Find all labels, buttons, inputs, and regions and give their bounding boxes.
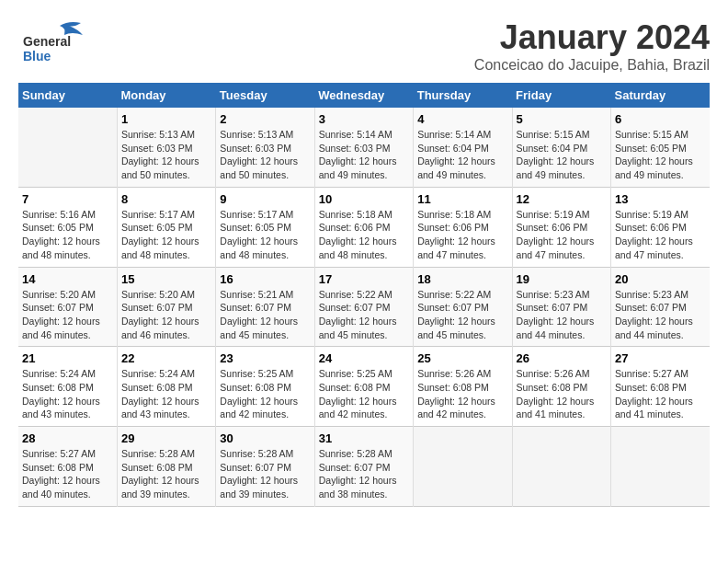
title-section: January 2024 Conceicao do Jacuipe, Bahia… bbox=[474, 18, 710, 74]
day-number: 5 bbox=[517, 112, 607, 126]
day-info: Sunrise: 5:26 AM Sunset: 6:08 PM Dayligh… bbox=[417, 367, 507, 421]
day-info: Sunrise: 5:17 AM Sunset: 6:05 PM Dayligh… bbox=[220, 208, 310, 262]
day-cell: 15Sunrise: 5:20 AM Sunset: 6:07 PM Dayli… bbox=[117, 267, 215, 347]
day-cell bbox=[18, 108, 117, 187]
svg-text:Blue: Blue bbox=[23, 49, 51, 63]
day-cell: 31Sunrise: 5:28 AM Sunset: 6:07 PM Dayli… bbox=[314, 427, 413, 507]
day-cell bbox=[414, 427, 512, 507]
day-cell: 30Sunrise: 5:28 AM Sunset: 6:07 PM Dayli… bbox=[216, 427, 314, 507]
day-cell: 6Sunrise: 5:15 AM Sunset: 6:05 PM Daylig… bbox=[611, 108, 710, 187]
day-info: Sunrise: 5:16 AM Sunset: 6:05 PM Dayligh… bbox=[22, 208, 113, 262]
day-number: 30 bbox=[220, 431, 310, 445]
page-header: General Blue January 2024 Conceicao do J… bbox=[18, 18, 710, 74]
day-cell: 21Sunrise: 5:24 AM Sunset: 6:08 PM Dayli… bbox=[18, 347, 117, 427]
calendar-title: January 2024 bbox=[474, 18, 710, 57]
day-cell: 19Sunrise: 5:23 AM Sunset: 6:07 PM Dayli… bbox=[512, 267, 610, 347]
day-info: Sunrise: 5:20 AM Sunset: 6:07 PM Dayligh… bbox=[22, 288, 113, 342]
day-info: Sunrise: 5:25 AM Sunset: 6:08 PM Dayligh… bbox=[319, 367, 409, 421]
day-info: Sunrise: 5:22 AM Sunset: 6:07 PM Dayligh… bbox=[319, 288, 409, 342]
day-info: Sunrise: 5:18 AM Sunset: 6:06 PM Dayligh… bbox=[417, 208, 507, 262]
day-info: Sunrise: 5:17 AM Sunset: 6:05 PM Dayligh… bbox=[121, 208, 211, 262]
logo: General Blue bbox=[18, 18, 92, 64]
header-friday: Friday bbox=[512, 83, 610, 108]
calendar-body: 1Sunrise: 5:13 AM Sunset: 6:03 PM Daylig… bbox=[18, 108, 710, 506]
day-number: 11 bbox=[417, 192, 507, 206]
day-number: 1 bbox=[121, 112, 211, 126]
day-number: 29 bbox=[121, 431, 211, 445]
day-number: 2 bbox=[220, 112, 310, 126]
day-info: Sunrise: 5:19 AM Sunset: 6:06 PM Dayligh… bbox=[517, 208, 607, 262]
day-info: Sunrise: 5:25 AM Sunset: 6:08 PM Dayligh… bbox=[220, 367, 310, 421]
day-info: Sunrise: 5:27 AM Sunset: 6:08 PM Dayligh… bbox=[615, 367, 706, 421]
day-cell: 1Sunrise: 5:13 AM Sunset: 6:03 PM Daylig… bbox=[117, 108, 215, 187]
day-info: Sunrise: 5:21 AM Sunset: 6:07 PM Dayligh… bbox=[220, 288, 310, 342]
day-number: 23 bbox=[220, 351, 310, 365]
day-number: 25 bbox=[417, 351, 507, 365]
day-number: 3 bbox=[319, 112, 409, 126]
day-cell: 12Sunrise: 5:19 AM Sunset: 6:06 PM Dayli… bbox=[512, 187, 610, 267]
day-info: Sunrise: 5:15 AM Sunset: 6:04 PM Dayligh… bbox=[517, 128, 607, 182]
day-info: Sunrise: 5:23 AM Sunset: 6:07 PM Dayligh… bbox=[517, 288, 607, 342]
day-number: 10 bbox=[319, 192, 409, 206]
calendar-table: SundayMondayTuesdayWednesdayThursdayFrid… bbox=[18, 83, 710, 507]
day-number: 26 bbox=[517, 351, 607, 365]
day-cell: 3Sunrise: 5:14 AM Sunset: 6:03 PM Daylig… bbox=[314, 108, 413, 187]
day-cell: 24Sunrise: 5:25 AM Sunset: 6:08 PM Dayli… bbox=[314, 347, 413, 427]
day-info: Sunrise: 5:22 AM Sunset: 6:07 PM Dayligh… bbox=[417, 288, 507, 342]
day-info: Sunrise: 5:18 AM Sunset: 6:06 PM Dayligh… bbox=[319, 208, 409, 262]
day-number: 9 bbox=[220, 192, 310, 206]
day-info: Sunrise: 5:27 AM Sunset: 6:08 PM Dayligh… bbox=[22, 447, 113, 501]
day-number: 18 bbox=[417, 272, 507, 286]
day-cell: 25Sunrise: 5:26 AM Sunset: 6:08 PM Dayli… bbox=[414, 347, 512, 427]
week-row-2: 7Sunrise: 5:16 AM Sunset: 6:05 PM Daylig… bbox=[18, 187, 710, 267]
calendar-subtitle: Conceicao do Jacuipe, Bahia, Brazil bbox=[474, 57, 710, 74]
day-info: Sunrise: 5:13 AM Sunset: 6:03 PM Dayligh… bbox=[220, 128, 310, 182]
day-cell: 5Sunrise: 5:15 AM Sunset: 6:04 PM Daylig… bbox=[512, 108, 610, 187]
header-thursday: Thursday bbox=[414, 83, 512, 108]
day-cell: 14Sunrise: 5:20 AM Sunset: 6:07 PM Dayli… bbox=[18, 267, 117, 347]
header-saturday: Saturday bbox=[611, 83, 710, 108]
header-tuesday: Tuesday bbox=[216, 83, 314, 108]
day-cell: 20Sunrise: 5:23 AM Sunset: 6:07 PM Dayli… bbox=[611, 267, 710, 347]
day-info: Sunrise: 5:24 AM Sunset: 6:08 PM Dayligh… bbox=[121, 367, 211, 421]
day-number: 15 bbox=[121, 272, 211, 286]
day-cell: 13Sunrise: 5:19 AM Sunset: 6:06 PM Dayli… bbox=[611, 187, 710, 267]
day-cell: 18Sunrise: 5:22 AM Sunset: 6:07 PM Dayli… bbox=[414, 267, 512, 347]
week-row-5: 28Sunrise: 5:27 AM Sunset: 6:08 PM Dayli… bbox=[18, 427, 710, 507]
day-number: 24 bbox=[319, 351, 409, 365]
day-info: Sunrise: 5:14 AM Sunset: 6:04 PM Dayligh… bbox=[417, 128, 507, 182]
day-cell: 11Sunrise: 5:18 AM Sunset: 6:06 PM Dayli… bbox=[414, 187, 512, 267]
header-sunday: Sunday bbox=[18, 83, 117, 108]
day-cell: 17Sunrise: 5:22 AM Sunset: 6:07 PM Dayli… bbox=[314, 267, 413, 347]
header-monday: Monday bbox=[117, 83, 215, 108]
day-info: Sunrise: 5:19 AM Sunset: 6:06 PM Dayligh… bbox=[615, 208, 706, 262]
day-number: 8 bbox=[121, 192, 211, 206]
day-cell: 9Sunrise: 5:17 AM Sunset: 6:05 PM Daylig… bbox=[216, 187, 314, 267]
day-cell: 26Sunrise: 5:26 AM Sunset: 6:08 PM Dayli… bbox=[512, 347, 610, 427]
day-cell: 2Sunrise: 5:13 AM Sunset: 6:03 PM Daylig… bbox=[216, 108, 314, 187]
day-cell: 29Sunrise: 5:28 AM Sunset: 6:08 PM Dayli… bbox=[117, 427, 215, 507]
day-cell bbox=[512, 427, 610, 507]
day-cell bbox=[611, 427, 710, 507]
week-row-4: 21Sunrise: 5:24 AM Sunset: 6:08 PM Dayli… bbox=[18, 347, 710, 427]
day-number: 22 bbox=[121, 351, 211, 365]
calendar-header-row: SundayMondayTuesdayWednesdayThursdayFrid… bbox=[18, 83, 710, 108]
day-number: 14 bbox=[22, 272, 113, 286]
week-row-3: 14Sunrise: 5:20 AM Sunset: 6:07 PM Dayli… bbox=[18, 267, 710, 347]
day-cell: 16Sunrise: 5:21 AM Sunset: 6:07 PM Dayli… bbox=[216, 267, 314, 347]
day-info: Sunrise: 5:15 AM Sunset: 6:05 PM Dayligh… bbox=[615, 128, 706, 182]
day-number: 17 bbox=[319, 272, 409, 286]
day-number: 7 bbox=[22, 192, 113, 206]
day-number: 6 bbox=[615, 112, 706, 126]
week-row-1: 1Sunrise: 5:13 AM Sunset: 6:03 PM Daylig… bbox=[18, 108, 710, 187]
day-cell: 28Sunrise: 5:27 AM Sunset: 6:08 PM Dayli… bbox=[18, 427, 117, 507]
day-cell: 4Sunrise: 5:14 AM Sunset: 6:04 PM Daylig… bbox=[414, 108, 512, 187]
day-number: 13 bbox=[615, 192, 706, 206]
day-info: Sunrise: 5:23 AM Sunset: 6:07 PM Dayligh… bbox=[615, 288, 706, 342]
day-info: Sunrise: 5:14 AM Sunset: 6:03 PM Dayligh… bbox=[319, 128, 409, 182]
day-info: Sunrise: 5:13 AM Sunset: 6:03 PM Dayligh… bbox=[121, 128, 211, 182]
day-cell: 10Sunrise: 5:18 AM Sunset: 6:06 PM Dayli… bbox=[314, 187, 413, 267]
day-number: 19 bbox=[517, 272, 607, 286]
day-cell: 7Sunrise: 5:16 AM Sunset: 6:05 PM Daylig… bbox=[18, 187, 117, 267]
day-info: Sunrise: 5:28 AM Sunset: 6:07 PM Dayligh… bbox=[220, 447, 310, 501]
